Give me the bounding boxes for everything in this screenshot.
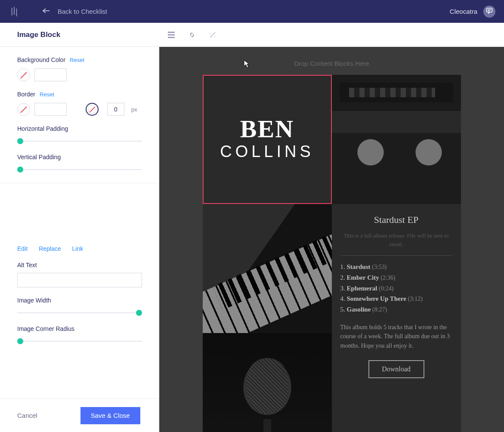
- chat-button[interactable]: [483, 6, 495, 18]
- dropzone-label[interactable]: Drop Content Blocks Here: [159, 47, 504, 75]
- panel-title: Image Block: [0, 31, 159, 39]
- border-reset[interactable]: Reset: [40, 91, 54, 98]
- back-to-checklist-button[interactable]: Back to Checklist: [42, 8, 107, 15]
- properties-sidebar: Background Color Reset Border Reset: [0, 47, 159, 432]
- image-block-piano[interactable]: [203, 204, 332, 333]
- logo-text-bottom: COLLINS: [220, 142, 314, 161]
- sub-header: Image Block: [0, 23, 504, 47]
- corner-radius-slider[interactable]: [17, 338, 142, 344]
- bg-color-reset[interactable]: Reset: [70, 57, 84, 63]
- album-title: Stardust EP: [340, 214, 452, 225]
- logo-text-top: BEN: [240, 118, 294, 140]
- bg-color-label: Background Color: [17, 56, 65, 63]
- border-color-none-swatch[interactable]: [17, 103, 30, 116]
- image-width-label: Image Width: [17, 297, 142, 304]
- track-row: 2. Ember City (2:36): [340, 272, 452, 283]
- image-replace-link[interactable]: Replace: [39, 245, 61, 252]
- corner-radius-label: Image Corner Radius: [17, 325, 142, 332]
- v-padding-label: Vertical Padding: [17, 154, 142, 160]
- content-view-icon[interactable]: [167, 31, 176, 39]
- track-list: 1. Stardust (3:53) 2. Ember City (2:36) …: [340, 262, 452, 315]
- h-padding-slider[interactable]: [17, 138, 142, 144]
- border-width-input[interactable]: [107, 103, 124, 116]
- save-close-button[interactable]: Save & Close: [80, 407, 140, 424]
- image-link-link[interactable]: Link: [72, 245, 83, 252]
- image-width-slider[interactable]: [17, 310, 142, 316]
- top-header: Back to Checklist Cleocatra: [0, 0, 504, 23]
- microphone-image: [203, 333, 332, 432]
- track-row: 3. Ephemeral (0:24): [340, 283, 452, 294]
- sidebar-footer: Cancel Save & Close: [0, 398, 159, 432]
- selected-image-block[interactable]: BEN COLLINS: [203, 75, 332, 204]
- track-row: 4. Somewhere Up There (3:12): [340, 293, 452, 304]
- alt-text-label: Alt Text: [17, 262, 142, 268]
- svg-rect-0: [487, 8, 492, 12]
- bg-color-none-swatch[interactable]: [17, 68, 30, 81]
- bg-color-input[interactable]: [34, 68, 67, 81]
- empty-cell: [332, 333, 461, 432]
- v-padding-slider[interactable]: [17, 167, 142, 173]
- magic-view-icon[interactable]: [208, 31, 217, 39]
- arrow-left-icon: [42, 8, 50, 15]
- image-edit-link[interactable]: Edit: [17, 245, 28, 252]
- track-row: 5. Gasoline (8:27): [340, 304, 452, 315]
- chat-icon: [486, 7, 493, 16]
- piano-image: [203, 204, 332, 333]
- h-padding-label: Horizontal Padding: [17, 125, 142, 132]
- album-info-block[interactable]: Stardust EP This is a full album release…: [332, 204, 461, 333]
- back-label: Back to Checklist: [58, 8, 107, 15]
- username-label[interactable]: Cleocatra: [450, 8, 477, 15]
- tape-deck-image: [332, 75, 461, 204]
- image-block-microphone[interactable]: [203, 333, 332, 432]
- album-subtitle: This is a full album release. File will …: [340, 231, 452, 248]
- border-color-input[interactable]: [34, 103, 67, 116]
- cancel-button[interactable]: Cancel: [17, 412, 37, 419]
- app-logo: [9, 6, 21, 18]
- alt-text-input[interactable]: [17, 273, 142, 287]
- border-label: Border: [17, 91, 35, 98]
- email-preview: BEN COLLINS Stardust EP This is a full a…: [203, 75, 461, 432]
- track-row: 1. Stardust (3:53): [340, 262, 452, 272]
- info-divider: [340, 255, 452, 256]
- border-style-picker[interactable]: [86, 103, 99, 116]
- border-width-unit: px: [131, 106, 137, 113]
- editor-canvas: Drop Content Blocks Here BEN COLLINS Sta…: [159, 47, 504, 432]
- image-block-tape-deck[interactable]: [332, 75, 461, 204]
- link-view-icon[interactable]: [188, 31, 196, 39]
